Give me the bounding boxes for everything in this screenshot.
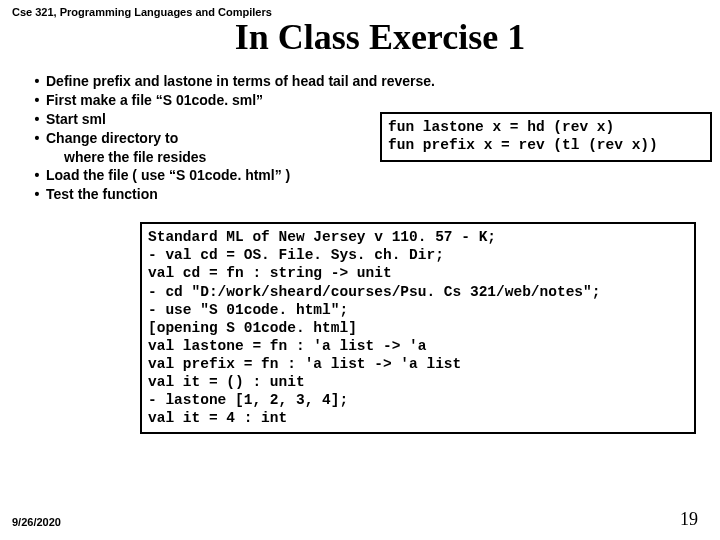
footer-page: 19: [680, 509, 698, 530]
bullet-dot-icon: •: [28, 110, 46, 129]
footer-date: 9/26/2020: [12, 516, 61, 528]
bullet-text: Test the function: [46, 185, 720, 204]
bullet-item: •Test the function: [28, 185, 720, 204]
bullet-text: Define prefix and lastone in terms of he…: [46, 72, 720, 91]
bullet-dot-icon: •: [28, 91, 46, 110]
code-session-box: Standard ML of New Jersey v 110. 57 - K;…: [140, 222, 696, 433]
bullet-dot-icon: •: [28, 72, 46, 91]
code-defs-box: fun lastone x = hd (rev x) fun prefix x …: [380, 112, 712, 162]
bullet-text: First make a file “S 01code. sml”: [46, 91, 720, 110]
bullet-spacer: [28, 148, 46, 167]
bullet-item: •First make a file “S 01code. sml”: [28, 91, 720, 110]
bullet-text: Load the file ( use “S 01code. html” ): [46, 166, 720, 185]
bullet-dot-icon: •: [28, 185, 46, 204]
slide-title: In Class Exercise 1: [40, 16, 720, 58]
bullet-item: •Define prefix and lastone in terms of h…: [28, 72, 720, 91]
bullet-dot-icon: •: [28, 166, 46, 185]
bullet-dot-icon: •: [28, 129, 46, 148]
bullet-item: •Load the file ( use “S 01code. html” ): [28, 166, 720, 185]
